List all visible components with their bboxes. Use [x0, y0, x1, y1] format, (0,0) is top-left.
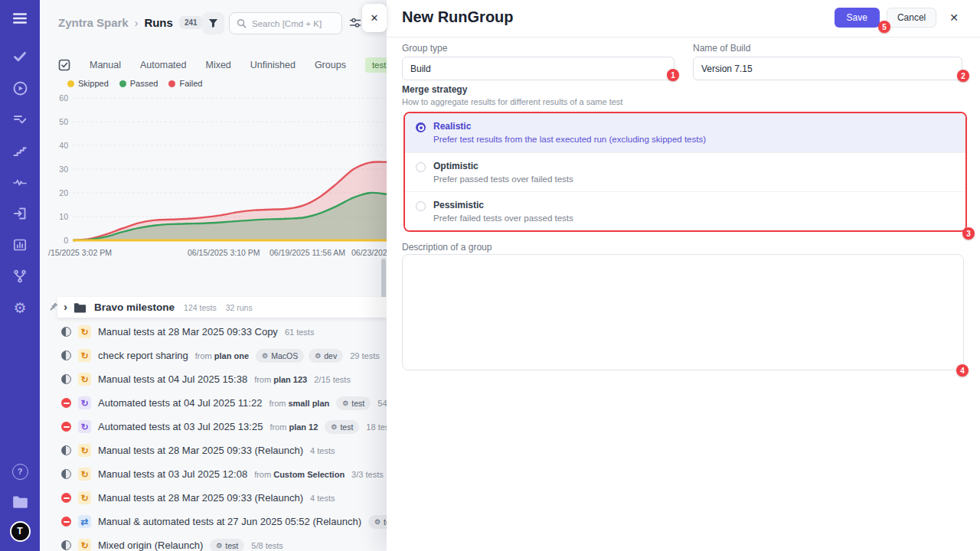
steps-icon: [12, 143, 28, 158]
folder-title[interactable]: Bravo milestone: [94, 302, 175, 313]
run-list-item[interactable]: ↻ Manual tests at 03 Jul 2025 12:08 from…: [57, 462, 387, 486]
group-type-select[interactable]: Build: [402, 57, 675, 80]
tasks-check-icon[interactable]: [9, 47, 31, 66]
run-meta: 5/8 tests: [251, 541, 283, 550]
run-status-icon: [61, 350, 71, 360]
gear-icon: ⚙: [216, 542, 222, 549]
run-list-item[interactable]: ↻ check report sharing from plan one ⚙Ma…: [57, 344, 387, 367]
tab-groups[interactable]: Groups: [315, 60, 346, 70]
run-list-item[interactable]: ⇄ Manual & automated tests at 27 Jun 202…: [57, 510, 387, 533]
run-list: ↻ Manual tests at 28 Mar 2025 09:33 Copy…: [57, 320, 387, 551]
run-title[interactable]: Manual tests at 28 Mar 2025 09:33 (Relau…: [98, 492, 303, 504]
run-title[interactable]: Manual tests at 28 Mar 2025 09:33 Copy: [98, 326, 278, 337]
search-input[interactable]: Search [Cmd + K]: [229, 12, 342, 34]
cancel-button[interactable]: Cancel: [887, 8, 936, 28]
legend-item-passed: Passed: [119, 79, 158, 88]
radio-checked-icon[interactable]: [416, 122, 426, 132]
run-kind-icon: ↻: [78, 468, 91, 481]
run-title[interactable]: Automated tests at 04 Jul 2025 11:22: [98, 397, 262, 409]
drawer-edge-close-button[interactable]: ✕: [362, 4, 387, 32]
run-title[interactable]: Mixed origin (Relaunch): [98, 540, 203, 551]
tab-mixed[interactable]: Mixed: [205, 60, 230, 70]
tab-unfinished[interactable]: Unfinished: [250, 60, 296, 70]
filter-button[interactable]: [202, 12, 224, 34]
run-title[interactable]: Manual tests at 04 Jul 2025 15:38: [98, 373, 247, 385]
build-name-field: Name of Build Version 7.15: [693, 43, 962, 80]
branches-icon[interactable]: [9, 267, 31, 285]
run-list-item[interactable]: ↻ Manual tests at 28 Mar 2025 09:33 (Rel…: [57, 486, 387, 510]
run-status-icon: [61, 517, 71, 527]
new-rungroup-drawer: New RunGroup Save Cancel ✕ Group type Bu…: [387, 0, 980, 551]
milestone-folder-row[interactable]: › Bravo milestone 124 tests 32 runs: [57, 297, 387, 318]
run-meta: 4 tests: [310, 494, 335, 503]
test-plans-icon[interactable]: [9, 110, 31, 129]
breadcrumb-project[interactable]: Zyntra Spark: [58, 16, 129, 29]
run-list-item[interactable]: ↻ Automated tests at 03 Jul 2025 13:25 f…: [57, 415, 387, 439]
chart-plot-area: [73, 92, 387, 245]
chevron-right-icon[interactable]: ›: [64, 301, 67, 312]
passed-dot-icon: [119, 80, 126, 87]
description-textarea[interactable]: [402, 254, 964, 370]
run-title[interactable]: check report sharing: [98, 350, 188, 361]
close-icon[interactable]: ✕: [948, 11, 960, 24]
run-list-item[interactable]: ↻ Manual tests at 28 Mar 2025 09:33 Copy…: [57, 320, 387, 344]
runs-chart: 0102030405060 /15/2025 3:02 PM 06/15/202…: [48, 92, 394, 266]
tag-badge: ⚙test: [210, 539, 244, 551]
run-status-icon: [61, 469, 71, 479]
projects-folder-icon[interactable]: [9, 492, 31, 510]
option-name: Optimistic: [433, 161, 573, 171]
y-tick-label: 0: [48, 236, 68, 245]
save-button[interactable]: Save: [835, 8, 880, 28]
build-name-input[interactable]: Version 7.15: [693, 57, 962, 80]
display-settings-button[interactable]: [349, 17, 361, 31]
gear-icon: ⚙: [331, 423, 337, 431]
runs-play-icon[interactable]: [9, 79, 31, 97]
run-title[interactable]: Automated tests at 03 Jul 2025 13:25: [98, 421, 263, 432]
run-list-item[interactable]: ↻ Manual tests at 28 Mar 2025 09:33 (Rel…: [57, 439, 387, 462]
run-title[interactable]: Manual & automated tests at 27 Jun 2025 …: [98, 516, 361, 527]
run-status-icon: [61, 445, 71, 455]
radio-unchecked-icon[interactable]: [416, 201, 426, 211]
run-kind-icon: ↻: [78, 444, 91, 457]
radio-unchecked-icon[interactable]: [416, 162, 426, 172]
run-from-label: from plan one: [195, 351, 249, 360]
option-realistic[interactable]: Realistic Prefer test results from the l…: [405, 113, 965, 152]
analytics-icon[interactable]: [9, 236, 31, 254]
group-type-label: Group type: [402, 43, 675, 54]
run-kind-icon: ⇄: [78, 515, 91, 528]
x-tick-label: 06/15/2025 3:10 PM: [188, 248, 260, 257]
pulse-icon[interactable]: [9, 173, 31, 191]
option-description: Prefer test results from the last execut…: [433, 135, 706, 144]
option-pessimistic[interactable]: Pessimistic Prefer failed tests over pas…: [405, 191, 965, 230]
chart-legend: Skipped Passed Failed: [67, 79, 202, 88]
build-name-value: Version 7.15: [701, 64, 753, 74]
build-name-label: Name of Build: [693, 43, 962, 54]
annotation-badge-1: 1: [667, 69, 679, 81]
run-meta: 4 tests: [310, 446, 335, 455]
annotation-badge-2: 2: [957, 70, 969, 82]
checkbox-check-icon: [58, 59, 70, 71]
run-title[interactable]: Manual tests at 28 Mar 2025 09:33 (Relau…: [98, 445, 303, 456]
menu-icon[interactable]: [9, 9, 31, 28]
select-runs-icon[interactable]: [58, 59, 70, 71]
run-list-item[interactable]: ↻ Manual tests at 04 Jul 2025 15:38 from…: [57, 367, 387, 391]
run-status-icon: [61, 327, 71, 337]
brand-logo: T: [10, 521, 31, 542]
run-title[interactable]: Manual tests at 03 Jul 2025 12:08: [98, 468, 247, 480]
run-kind-icon: ↻: [78, 420, 91, 433]
import-runs-icon[interactable]: [9, 204, 31, 223]
run-list-item[interactable]: ↻ Mixed origin (Relaunch) ⚙test 5/8 test…: [57, 533, 387, 551]
tab-manual[interactable]: Manual: [90, 60, 121, 70]
run-kind-icon: ↻: [78, 373, 91, 386]
tag-badge: ⚙MacOS: [256, 349, 304, 363]
help-icon[interactable]: ?: [9, 462, 31, 481]
option-optimistic[interactable]: Optimistic Prefer passed tests over fail…: [405, 152, 965, 191]
milestones-icon[interactable]: [9, 142, 31, 160]
settings-gear-icon[interactable]: ⚙: [9, 298, 31, 317]
option-name: Realistic: [433, 121, 706, 132]
logo-avatar[interactable]: T: [9, 522, 31, 540]
run-badges: ⚙test: [336, 396, 371, 410]
tab-automated[interactable]: Automated: [140, 60, 186, 70]
run-list-item[interactable]: ↻ Automated tests at 04 Jul 2025 11:22 f…: [57, 391, 387, 415]
group-type-value: Build: [410, 64, 431, 74]
